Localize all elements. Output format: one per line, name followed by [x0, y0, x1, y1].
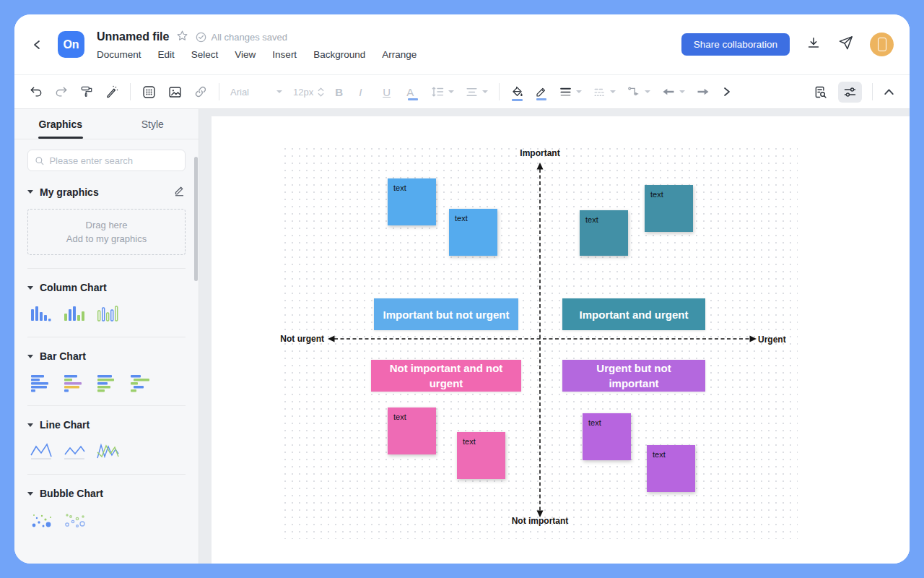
collapse-triangle-icon[interactable]: [27, 355, 33, 358]
star-icon[interactable]: [176, 30, 188, 45]
sticky-note[interactable]: text: [580, 210, 628, 256]
color-swatch: [408, 98, 418, 100]
line-chart-thumb-1[interactable]: [30, 441, 56, 461]
file-title[interactable]: Unnamed file: [97, 30, 169, 43]
column-chart-thumb-1[interactable]: [30, 303, 56, 324]
column-chart-thumb-3[interactable]: [96, 303, 122, 324]
collapse-triangle-icon[interactable]: [27, 286, 33, 290]
more-tools-chevron[interactable]: [721, 86, 733, 98]
sticky-note[interactable]: text: [647, 445, 695, 492]
section-bubble-chart: Bubble Chart: [40, 488, 103, 499]
bold-button[interactable]: B: [335, 86, 348, 98]
bar-chart-thumb-1[interactable]: [30, 372, 56, 392]
quadrant-important-urgent[interactable]: Important and urgent: [562, 298, 705, 330]
section-column-chart: Column Chart: [40, 282, 107, 293]
collapse-toolbar-chevron[interactable]: [883, 86, 895, 98]
sticky-note[interactable]: text: [457, 432, 505, 479]
download-icon[interactable]: [806, 35, 821, 54]
line-style-button[interactable]: [593, 85, 616, 99]
find-replace-icon[interactable]: [813, 85, 828, 100]
collapse-triangle-icon[interactable]: [27, 492, 33, 496]
menu-arrange[interactable]: Arrange: [382, 49, 417, 60]
arrow-start-button[interactable]: [661, 85, 685, 99]
format-painter-icon[interactable]: [79, 85, 94, 99]
menu-background[interactable]: Background: [313, 49, 365, 60]
font-color-button[interactable]: A: [406, 86, 419, 98]
avatar-placeholder-icon: [878, 38, 886, 51]
collapse-triangle-icon[interactable]: [27, 190, 33, 194]
search-icon: [35, 155, 44, 166]
font-family-select[interactable]: Arial: [230, 87, 282, 98]
menu-select[interactable]: Select: [191, 49, 219, 60]
stepper-arrows-icon[interactable]: [318, 87, 324, 97]
line-weight-button[interactable]: [559, 85, 582, 99]
axis-label-not-important[interactable]: Not important: [497, 516, 583, 526]
undo-button[interactable]: [29, 85, 43, 99]
line-spacing-button[interactable]: [430, 85, 454, 99]
axis-label-not-urgent[interactable]: Not urgent: [263, 334, 324, 344]
axis-label-important[interactable]: Important: [497, 148, 583, 158]
line-chart-thumb-2[interactable]: [63, 441, 89, 461]
send-icon[interactable]: [837, 35, 854, 54]
arrow-end-button[interactable]: [696, 85, 710, 99]
connector-style-button[interactable]: [627, 85, 650, 99]
quadrant-important-not-urgent[interactable]: Important but not urgent: [374, 298, 518, 330]
magic-pen-icon[interactable]: [105, 85, 119, 99]
bar-chart-thumb-4[interactable]: [129, 372, 155, 392]
format-toolbar: Arial 12px B I U A: [14, 74, 910, 109]
font-size-stepper[interactable]: 12px: [293, 87, 324, 98]
app-logo[interactable]: On: [58, 31, 84, 58]
sticky-note[interactable]: text: [388, 178, 436, 225]
link-icon[interactable]: [193, 85, 208, 99]
sticky-note[interactable]: text: [645, 185, 693, 232]
my-graphics-dropzone[interactable]: Drag here Add to my graphics: [27, 209, 186, 255]
toolbar-divider: [499, 83, 500, 100]
tab-style[interactable]: Style: [107, 109, 199, 139]
bar-chart-thumb-2[interactable]: [63, 372, 89, 392]
menu-insert[interactable]: Insert: [272, 49, 297, 60]
sidebar-scrollbar[interactable]: [194, 157, 198, 281]
avatar[interactable]: [870, 33, 894, 56]
quadrant-urgent-not-important[interactable]: Urgent but not important: [562, 360, 705, 392]
underline-button[interactable]: U: [383, 86, 396, 98]
line-chart-thumb-3[interactable]: [96, 441, 122, 461]
back-button[interactable]: [27, 35, 48, 55]
border-color-button[interactable]: [535, 85, 548, 98]
save-status: All changes saved: [196, 32, 287, 43]
quadrant-not-important-not-urgent[interactable]: Not important and not urgent: [371, 360, 521, 392]
section-bar-chart: Bar Chart: [40, 350, 86, 362]
axis-label-urgent[interactable]: Urgent: [758, 335, 786, 345]
toolbar-divider: [130, 83, 131, 100]
bar-chart-thumb-3[interactable]: [96, 372, 122, 392]
chevron-down-icon: [276, 90, 282, 93]
sticky-note[interactable]: text: [388, 407, 436, 454]
canvas-area: Important Not important Not urgent Urgen…: [199, 109, 910, 564]
menu-document[interactable]: Document: [97, 49, 141, 60]
menu-view[interactable]: View: [235, 49, 256, 60]
tab-graphics[interactable]: Graphics: [14, 109, 107, 139]
pattern-grid-icon[interactable]: [141, 85, 157, 100]
properties-sliders-button[interactable]: [838, 82, 862, 103]
toolbar-divider: [219, 83, 219, 100]
search-input[interactable]: [49, 155, 178, 166]
section-divider: [27, 268, 186, 269]
collapse-triangle-icon[interactable]: [27, 423, 33, 427]
image-icon[interactable]: [167, 85, 183, 100]
canvas-page[interactable]: Important Not important Not urgent Urgen…: [212, 116, 910, 564]
sticky-note[interactable]: text: [583, 413, 631, 460]
fill-color-button[interactable]: [510, 85, 524, 99]
check-circle-icon: [196, 32, 206, 43]
redo-button[interactable]: [54, 85, 69, 99]
text-align-button[interactable]: [465, 85, 488, 99]
italic-button[interactable]: I: [359, 86, 372, 98]
bubble-chart-thumb-1[interactable]: [30, 509, 56, 530]
chevron-down-icon: [645, 90, 650, 93]
menu-edit[interactable]: Edit: [158, 49, 175, 60]
edit-pencil-icon[interactable]: [173, 184, 186, 199]
color-swatch: [512, 99, 523, 101]
column-chart-thumb-2[interactable]: [63, 303, 89, 324]
share-collaboration-button[interactable]: Share collaboration: [681, 33, 790, 56]
sticky-note[interactable]: text: [449, 209, 497, 256]
graphics-sidebar: Graphics Style My graphics Drag here: [14, 109, 199, 564]
bubble-chart-thumb-2[interactable]: [63, 509, 89, 530]
